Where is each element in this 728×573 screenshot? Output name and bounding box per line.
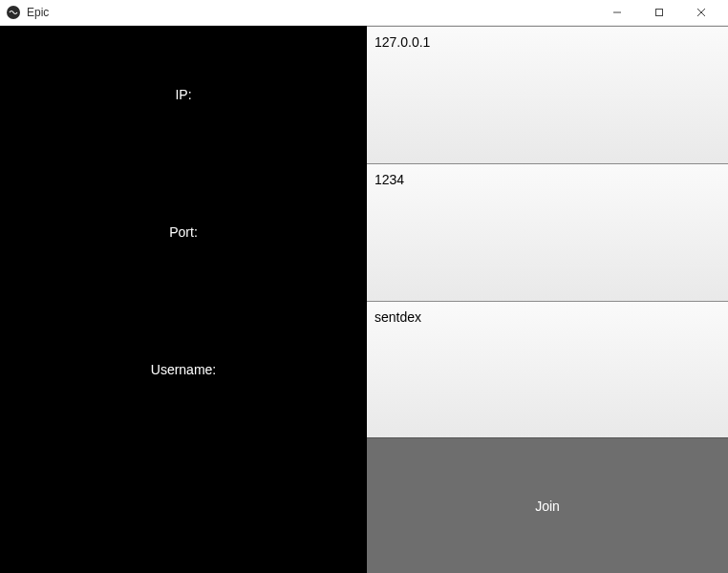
username-label-text: Username: [151,362,216,377]
username-input-cell[interactable]: sentdex [367,301,728,437]
svg-rect-2 [656,10,663,16]
minimize-button[interactable] [596,1,638,24]
titlebar: Epic [0,0,728,26]
ip-label-text: IP: [175,87,191,102]
window-title: Epic [27,6,49,19]
ip-label: IP: [0,26,367,163]
username-label: Username: [0,301,367,437]
port-label-text: Port: [169,224,198,240]
join-button-label: Join [535,499,560,514]
content-grid: IP: 127.0.0.1 Port: 1234 Username: sentd… [0,26,728,573]
ip-input-cell[interactable]: 127.0.0.1 [367,26,728,163]
join-button[interactable]: Join [367,437,728,573]
port-input[interactable]: 1234 [375,172,720,187]
port-input-cell[interactable]: 1234 [367,163,728,301]
close-button[interactable] [680,1,722,24]
empty-cell [0,437,367,573]
app-icon [6,5,21,20]
port-label: Port: [0,163,367,301]
username-input[interactable]: sentdex [375,309,720,325]
maximize-button[interactable] [638,1,680,24]
ip-input[interactable]: 127.0.0.1 [375,34,720,50]
